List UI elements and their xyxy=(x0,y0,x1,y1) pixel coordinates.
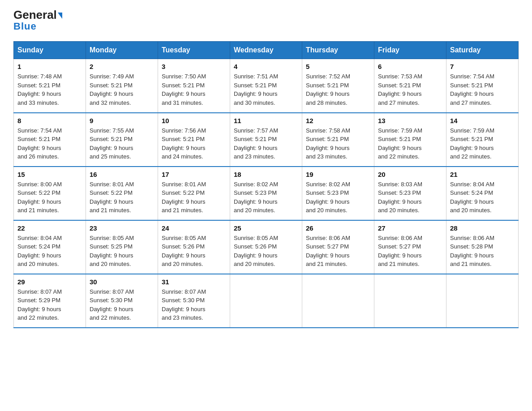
header-thursday: Thursday xyxy=(302,42,374,59)
day-cell: 22Sunrise: 8:04 AMSunset: 5:24 PMDayligh… xyxy=(14,220,86,274)
day-info: Sunrise: 7:52 AMSunset: 5:21 PMDaylight:… xyxy=(306,73,350,106)
header-monday: Monday xyxy=(86,42,158,59)
day-cell: 12Sunrise: 7:58 AMSunset: 5:21 PMDayligh… xyxy=(302,113,374,167)
day-cell: 10Sunrise: 7:56 AMSunset: 5:21 PMDayligh… xyxy=(158,113,230,167)
day-cell: 5Sunrise: 7:52 AMSunset: 5:21 PMDaylight… xyxy=(302,59,374,113)
day-cell: 18Sunrise: 8:02 AMSunset: 5:23 PMDayligh… xyxy=(230,167,302,220)
day-cell: 23Sunrise: 8:05 AMSunset: 5:25 PMDayligh… xyxy=(86,220,158,274)
day-number: 21 xyxy=(450,171,515,178)
day-info: Sunrise: 7:54 AMSunset: 5:21 PMDaylight:… xyxy=(450,73,494,106)
day-cell: 26Sunrise: 8:06 AMSunset: 5:27 PMDayligh… xyxy=(302,220,374,274)
day-number: 20 xyxy=(378,171,442,178)
day-info: Sunrise: 7:54 AMSunset: 5:21 PMDaylight:… xyxy=(17,127,62,160)
day-info: Sunrise: 7:57 AMSunset: 5:21 PMDaylight:… xyxy=(234,127,278,160)
header-friday: Friday xyxy=(374,42,446,59)
day-number: 6 xyxy=(378,63,442,70)
day-cell: 14Sunrise: 7:59 AMSunset: 5:21 PMDayligh… xyxy=(446,113,519,167)
day-number: 15 xyxy=(17,171,82,178)
day-number: 9 xyxy=(90,117,154,124)
day-info: Sunrise: 7:59 AMSunset: 5:21 PMDaylight:… xyxy=(378,127,422,160)
day-cell: 11Sunrise: 7:57 AMSunset: 5:21 PMDayligh… xyxy=(230,113,302,167)
day-cell: 28Sunrise: 8:06 AMSunset: 5:28 PMDayligh… xyxy=(446,220,519,274)
day-cell: 24Sunrise: 8:05 AMSunset: 5:26 PMDayligh… xyxy=(158,220,230,274)
day-info: Sunrise: 7:48 AMSunset: 5:21 PMDaylight:… xyxy=(17,73,62,106)
day-cell: 21Sunrise: 8:04 AMSunset: 5:24 PMDayligh… xyxy=(446,167,519,220)
logo-blue-text: Blue xyxy=(13,21,37,32)
day-info: Sunrise: 7:49 AMSunset: 5:21 PMDaylight:… xyxy=(90,73,134,106)
day-number: 3 xyxy=(162,63,226,70)
day-cell: 8Sunrise: 7:54 AMSunset: 5:21 PMDaylight… xyxy=(14,113,86,167)
day-cell: 25Sunrise: 8:05 AMSunset: 5:26 PMDayligh… xyxy=(230,220,302,274)
day-info: Sunrise: 8:07 AMSunset: 5:30 PMDaylight:… xyxy=(162,288,206,321)
day-cell xyxy=(230,274,302,328)
calendar-header-row: SundayMondayTuesdayWednesdayThursdayFrid… xyxy=(14,42,519,59)
day-number: 22 xyxy=(17,224,82,232)
day-number: 2 xyxy=(90,63,154,70)
day-cell: 6Sunrise: 7:53 AMSunset: 5:21 PMDaylight… xyxy=(374,59,446,113)
day-number: 23 xyxy=(90,224,154,232)
day-cell: 3Sunrise: 7:50 AMSunset: 5:21 PMDaylight… xyxy=(158,59,230,113)
day-info: Sunrise: 7:55 AMSunset: 5:21 PMDaylight:… xyxy=(90,127,134,160)
day-info: Sunrise: 8:05 AMSunset: 5:25 PMDaylight:… xyxy=(90,235,134,268)
day-info: Sunrise: 8:00 AMSunset: 5:22 PMDaylight:… xyxy=(17,181,62,214)
day-cell: 19Sunrise: 8:02 AMSunset: 5:23 PMDayligh… xyxy=(302,167,374,220)
day-number: 29 xyxy=(17,278,82,286)
page-header: General Blue xyxy=(13,9,519,32)
week-row-4: 22Sunrise: 8:04 AMSunset: 5:24 PMDayligh… xyxy=(14,220,519,274)
day-cell: 1Sunrise: 7:48 AMSunset: 5:21 PMDaylight… xyxy=(14,59,86,113)
day-number: 5 xyxy=(306,63,370,70)
day-cell: 9Sunrise: 7:55 AMSunset: 5:21 PMDaylight… xyxy=(86,113,158,167)
week-row-2: 8Sunrise: 7:54 AMSunset: 5:21 PMDaylight… xyxy=(14,113,519,167)
day-cell: 31Sunrise: 8:07 AMSunset: 5:30 PMDayligh… xyxy=(158,274,230,328)
header-tuesday: Tuesday xyxy=(158,42,230,59)
day-info: Sunrise: 8:05 AMSunset: 5:26 PMDaylight:… xyxy=(234,235,278,268)
day-info: Sunrise: 8:02 AMSunset: 5:23 PMDaylight:… xyxy=(306,181,350,214)
day-info: Sunrise: 8:03 AMSunset: 5:23 PMDaylight:… xyxy=(378,181,422,214)
day-info: Sunrise: 7:59 AMSunset: 5:21 PMDaylight:… xyxy=(450,127,494,160)
day-info: Sunrise: 8:05 AMSunset: 5:26 PMDaylight:… xyxy=(162,235,206,268)
day-info: Sunrise: 8:07 AMSunset: 5:30 PMDaylight:… xyxy=(90,288,134,321)
day-info: Sunrise: 8:06 AMSunset: 5:27 PMDaylight:… xyxy=(306,235,350,268)
day-number: 10 xyxy=(162,117,226,124)
day-cell: 4Sunrise: 7:51 AMSunset: 5:21 PMDaylight… xyxy=(230,59,302,113)
day-number: 18 xyxy=(234,171,298,178)
day-info: Sunrise: 8:01 AMSunset: 5:22 PMDaylight:… xyxy=(90,181,134,214)
day-info: Sunrise: 7:53 AMSunset: 5:21 PMDaylight:… xyxy=(378,73,422,106)
day-info: Sunrise: 7:50 AMSunset: 5:21 PMDaylight:… xyxy=(162,73,206,106)
day-number: 11 xyxy=(234,117,298,124)
day-info: Sunrise: 8:04 AMSunset: 5:24 PMDaylight:… xyxy=(450,181,494,214)
day-info: Sunrise: 8:02 AMSunset: 5:23 PMDaylight:… xyxy=(234,181,278,214)
day-number: 12 xyxy=(306,117,370,124)
day-cell: 7Sunrise: 7:54 AMSunset: 5:21 PMDaylight… xyxy=(446,59,519,113)
day-cell: 13Sunrise: 7:59 AMSunset: 5:21 PMDayligh… xyxy=(374,113,446,167)
calendar-table: SundayMondayTuesdayWednesdayThursdayFrid… xyxy=(13,41,519,328)
week-row-3: 15Sunrise: 8:00 AMSunset: 5:22 PMDayligh… xyxy=(14,167,519,220)
day-number: 31 xyxy=(162,278,226,286)
week-row-1: 1Sunrise: 7:48 AMSunset: 5:21 PMDaylight… xyxy=(14,59,519,113)
week-row-5: 29Sunrise: 8:07 AMSunset: 5:29 PMDayligh… xyxy=(14,274,519,328)
day-number: 25 xyxy=(234,224,298,232)
day-cell: 17Sunrise: 8:01 AMSunset: 5:22 PMDayligh… xyxy=(158,167,230,220)
day-cell xyxy=(446,274,519,328)
day-number: 24 xyxy=(162,224,226,232)
day-info: Sunrise: 8:07 AMSunset: 5:29 PMDaylight:… xyxy=(17,288,62,321)
day-number: 26 xyxy=(306,224,370,232)
day-number: 14 xyxy=(450,117,515,124)
day-info: Sunrise: 8:01 AMSunset: 5:22 PMDaylight:… xyxy=(162,181,206,214)
day-cell: 15Sunrise: 8:00 AMSunset: 5:22 PMDayligh… xyxy=(14,167,86,220)
day-cell: 20Sunrise: 8:03 AMSunset: 5:23 PMDayligh… xyxy=(374,167,446,220)
day-cell: 16Sunrise: 8:01 AMSunset: 5:22 PMDayligh… xyxy=(86,167,158,220)
day-cell xyxy=(302,274,374,328)
day-number: 8 xyxy=(17,117,82,124)
header-sunday: Sunday xyxy=(14,42,86,59)
day-cell: 2Sunrise: 7:49 AMSunset: 5:21 PMDaylight… xyxy=(86,59,158,113)
day-info: Sunrise: 7:51 AMSunset: 5:21 PMDaylight:… xyxy=(234,73,278,106)
day-number: 16 xyxy=(90,171,154,178)
day-info: Sunrise: 7:58 AMSunset: 5:21 PMDaylight:… xyxy=(306,127,350,160)
day-number: 13 xyxy=(378,117,442,124)
day-info: Sunrise: 8:06 AMSunset: 5:27 PMDaylight:… xyxy=(378,235,422,268)
day-number: 17 xyxy=(162,171,226,178)
day-cell: 27Sunrise: 8:06 AMSunset: 5:27 PMDayligh… xyxy=(374,220,446,274)
day-number: 4 xyxy=(234,63,298,70)
header-wednesday: Wednesday xyxy=(230,42,302,59)
